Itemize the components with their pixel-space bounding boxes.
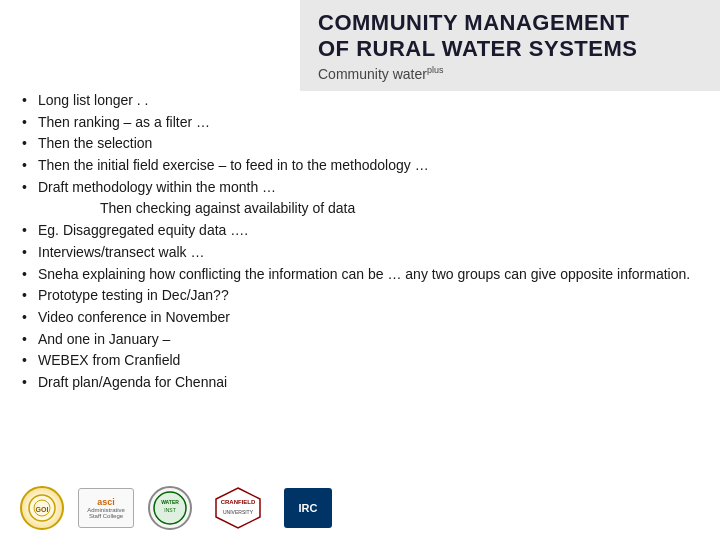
svg-marker-6: [216, 488, 260, 528]
irc-text: IRC: [299, 502, 318, 514]
svg-text:UNIVERSITY: UNIVERSITY: [223, 509, 254, 515]
list-item: Then the initial field exercise – to fee…: [20, 155, 700, 177]
header-band: COMMUNITY MANAGEMENT OF RURAL WATER SYST…: [300, 0, 720, 91]
list-item: Then checking against availability of da…: [20, 198, 700, 220]
list-item: Then ranking – as a filter …: [20, 112, 700, 134]
list-item: And one in January –: [20, 329, 700, 351]
bullet-list: Long list longer . .Then ranking – as a …: [20, 90, 700, 394]
main-content: Long list longer . .Then ranking – as a …: [20, 90, 700, 470]
asci-subtext2: Staff College: [89, 513, 123, 519]
svg-text:GOI: GOI: [36, 506, 49, 513]
asci-text: asci: [97, 497, 115, 507]
subtitle-text: Community water: [318, 65, 427, 81]
cranfield-logo: CRANFIELD UNIVERSITY: [206, 486, 270, 530]
list-item: Draft methodology within the month …: [20, 177, 700, 199]
title-line1: COMMUNITY MANAGEMENT: [318, 10, 629, 35]
page: COMMUNITY MANAGEMENT OF RURAL WATER SYST…: [0, 0, 720, 540]
subtitle-sup: plus: [427, 65, 444, 75]
list-item: WEBEX from Cranfield: [20, 350, 700, 372]
svg-text:INST: INST: [164, 507, 175, 513]
list-item: Long list longer . .: [20, 90, 700, 112]
svg-text:WATER: WATER: [161, 499, 179, 505]
list-item: Then the selection: [20, 133, 700, 155]
list-item: Prototype testing in Dec/Jan??: [20, 285, 700, 307]
circle-logo: WATER INST: [148, 486, 192, 530]
irc-logo: IRC: [284, 488, 332, 528]
title-line2: OF RURAL WATER SYSTEMS: [318, 36, 637, 61]
emblem-logo: GOI: [20, 486, 64, 530]
header-subtitle: Community waterplus: [318, 65, 702, 82]
header-title: COMMUNITY MANAGEMENT OF RURAL WATER SYST…: [318, 10, 702, 63]
list-item: Eg. Disaggregated equity data ….: [20, 220, 700, 242]
list-item: Sneha explaining how conflicting the inf…: [20, 264, 700, 286]
list-item: Draft plan/Agenda for Chennai: [20, 372, 700, 394]
footer-logos: GOI asci Administrative Staff College WA…: [20, 486, 332, 530]
list-item: Interviews/transect walk …: [20, 242, 700, 264]
svg-text:CRANFIELD: CRANFIELD: [221, 499, 256, 505]
asci-logo: asci Administrative Staff College: [78, 488, 134, 528]
list-item: Video conference in November: [20, 307, 700, 329]
